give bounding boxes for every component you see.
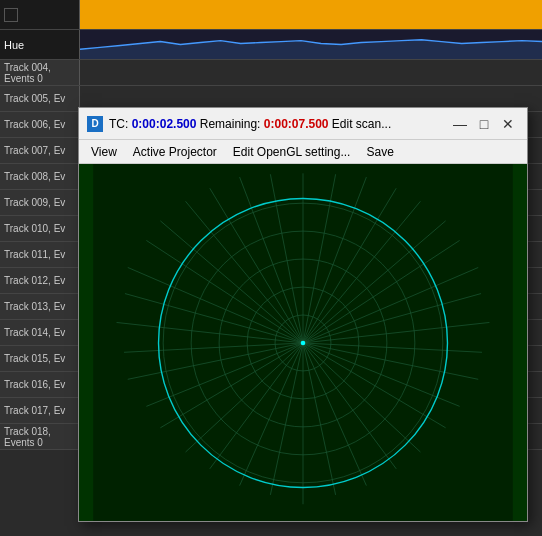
close-button[interactable]: ✕ <box>497 114 519 134</box>
track-label: Track 013, Ev <box>0 294 80 319</box>
edit-scan-text: Edit scan... <box>332 117 391 131</box>
tc-label: TC: <box>109 117 128 131</box>
menu-edit-opengl[interactable]: Edit OpenGL setting... <box>225 143 359 161</box>
waveform-svg <box>80 30 542 59</box>
track-empty-content <box>80 60 542 85</box>
track-color-content <box>80 0 542 29</box>
dialog-icon: D <box>87 116 103 132</box>
track-label: Track 018, Events 0 <box>0 424 80 449</box>
scan-dialog: D TC: 0:00:02.500 Remaining: 0:00:07.500… <box>78 107 528 522</box>
track-label: Track 005, Ev <box>0 86 80 111</box>
dialog-window-controls: — □ ✕ <box>449 114 519 134</box>
laser-viz-svg <box>79 164 527 521</box>
track-label: Track 014, Ev <box>0 320 80 345</box>
track-label: Track 009, Ev <box>0 190 80 215</box>
maximize-button[interactable]: □ <box>473 114 495 134</box>
dialog-titlebar: D TC: 0:00:02.500 Remaining: 0:00:07.500… <box>79 108 527 140</box>
track-waveform-content <box>80 30 542 59</box>
track-label: Track 011, Ev <box>0 242 80 267</box>
track-label: Track 017, Ev <box>0 398 80 423</box>
tc-value: 0:00:02.500 <box>132 117 197 131</box>
menu-active-projector[interactable]: Active Projector <box>125 143 225 161</box>
track-label <box>0 0 80 29</box>
remaining-text: Remaining: <box>200 117 261 131</box>
track-row <box>0 0 542 30</box>
menu-save[interactable]: Save <box>358 143 401 161</box>
track-label: Track 015, Ev <box>0 346 80 371</box>
minimize-button[interactable]: — <box>449 114 471 134</box>
dialog-visualization <box>79 164 527 521</box>
menu-view[interactable]: View <box>83 143 125 161</box>
track-row: Track 004, Events 0 <box>0 60 542 86</box>
track-label: Track 004, Events 0 <box>0 60 80 85</box>
dialog-menubar: View Active Projector Edit OpenGL settin… <box>79 140 527 164</box>
track-row: Hue <box>0 30 542 60</box>
track-label: Hue <box>0 30 80 59</box>
track-label: Track 012, Ev <box>0 268 80 293</box>
svg-point-44 <box>301 341 306 346</box>
remaining-val-text: 0:00:07.500 <box>264 117 329 131</box>
dialog-title: TC: 0:00:02.500 Remaining: 0:00:07.500 E… <box>109 117 449 131</box>
track-label: Track 007, Ev <box>0 138 80 163</box>
track-label: Track 010, Ev <box>0 216 80 241</box>
track-label: Track 006, Ev <box>0 112 80 137</box>
track-label: Track 008, Ev <box>0 164 80 189</box>
track-label: Track 016, Ev <box>0 372 80 397</box>
